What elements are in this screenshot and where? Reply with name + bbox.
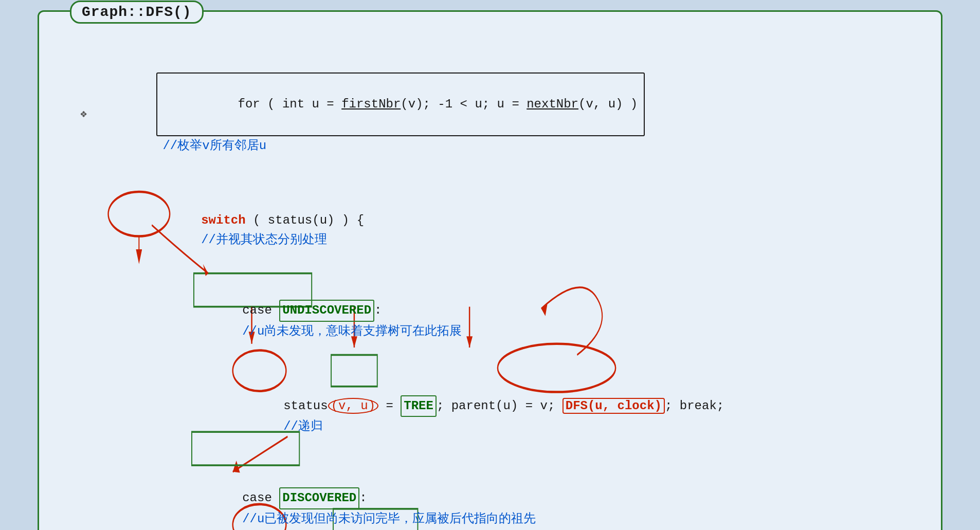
tree-comment: //递归	[283, 419, 323, 433]
bullet-1: ❖	[80, 105, 87, 123]
case-discovered-line: case DISCOVERED: //u已被发现但尚未访问完毕，应属被后代指向的…	[80, 468, 910, 530]
for-box: for ( int u = firstNbr(v); -1 < u; u = n…	[156, 72, 645, 136]
status-tree-code: status(v, u) = TREE; parent(u) = v; DFS(…	[224, 375, 732, 456]
content-area: ❖ for ( int u = firstNbr(v); -1 < u; u =…	[70, 53, 910, 530]
case-undiscovered-line: case UNDISCOVERED: //u尚未发现，意味着支撑树可在此拓展	[80, 280, 910, 361]
title-text: Graph::DFS()	[82, 4, 192, 20]
switch-code: switch ( status(u) ) { //并视其状态分别处理	[142, 191, 371, 270]
undiscovered-box: UNDISCOVERED	[279, 300, 374, 321]
undiscovered-comment: //u尚未发现，意味着支撑树可在此拓展	[242, 324, 462, 338]
slide-container: Graph::DFS()	[38, 10, 942, 530]
for-comment: //枚举v所有邻居u	[162, 139, 266, 153]
tree-box: TREE	[401, 395, 437, 417]
case-undiscovered-code: case UNDISCOVERED: //u尚未发现，意味着支撑树可在此拓展	[183, 280, 462, 361]
discovered-box: DISCOVERED	[279, 487, 359, 509]
switch-comment: //并视其状态分别处理	[201, 233, 327, 247]
switch-line: switch ( status(u) ) { //并视其状态分别处理	[80, 191, 910, 270]
discovered-comment: //u已被发现但尚未访问完毕，应属被后代指向的祖先	[242, 512, 536, 526]
case-discovered-code: case DISCOVERED: //u已被发现但尚未访问完毕，应属被后代指向的…	[183, 468, 536, 530]
status-tree-line: status(v, u) = TREE; parent(u) = v; DFS(…	[80, 375, 910, 456]
title-box: Graph::DFS()	[70, 1, 204, 24]
for-loop-code: for ( int u = firstNbr(v); -1 < u; u = n…	[97, 53, 645, 175]
for-loop-line: ❖ for ( int u = firstNbr(v); -1 < u; u =…	[80, 53, 910, 175]
